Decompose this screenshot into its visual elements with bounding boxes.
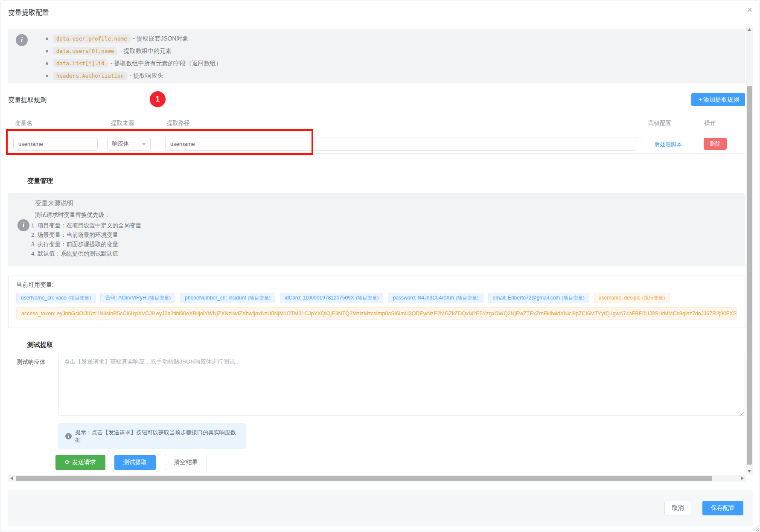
scroll-right-arrow-icon[interactable] xyxy=(741,477,744,480)
divider-line xyxy=(61,181,745,181)
send-request-button[interactable]: ⟳发送请求 xyxy=(55,455,105,470)
list-item: data.list[*].id- 提取数组中所有元素的字段（返回数组） xyxy=(46,57,221,70)
chevron-down-icon xyxy=(142,143,146,145)
tag-scope: (项目变量) xyxy=(356,295,379,300)
variable-tag[interactable]: email: Eriberto72@gmail.com(项目变量) xyxy=(488,293,589,303)
source-select[interactable]: 响应体 xyxy=(107,137,151,151)
tip-info-icon: i xyxy=(65,433,72,439)
variable-name-input[interactable] xyxy=(13,137,98,151)
vertical-scrollbar-thumb[interactable] xyxy=(747,86,752,465)
extract-path-input[interactable] xyxy=(165,137,636,151)
column-header-operation: 操作 xyxy=(705,119,716,127)
variable-tag[interactable]: 密码: AOkVVlRyH(项目变量) xyxy=(100,293,175,303)
syntax-help-list: data.user.profile.name- 提取嵌套JSON对象 data.… xyxy=(46,32,221,82)
window-resize-grip[interactable] xyxy=(753,525,759,531)
priority-item: 1. 项目变量：在项目设置中定义的全局变量 xyxy=(31,221,141,230)
priority-item: 4. 默认值：系统提供的测试默认值 xyxy=(31,249,141,259)
tag-text: phoneNumber_cn: incidunt xyxy=(185,295,246,301)
column-header-advanced: 高级配置 xyxy=(648,119,671,127)
tag-text: idCard: 11000019781207509X xyxy=(285,295,354,301)
delete-rule-button[interactable]: 删除 xyxy=(704,138,727,150)
test-extract-button[interactable]: 测试提取 xyxy=(114,455,156,470)
variable-tag[interactable]: phoneNumber_cn: incidunt(项目变量) xyxy=(180,293,275,303)
priority-item: 2. 场景变量：当前场景的环境变量 xyxy=(31,230,141,240)
dialog-body: i data.user.profile.name- 提取嵌套JSON对象 dat… xyxy=(8,26,745,470)
json-path-desc: - 提取嵌套JSON对象 xyxy=(133,35,189,43)
scroll-left-arrow-icon[interactable] xyxy=(10,477,13,480)
column-header-name: 变量名 xyxy=(15,119,32,127)
source-select-value: 响应体 xyxy=(112,140,129,147)
variable-tag[interactable]: password: N4Jn3CL4r0Xm(项目变量) xyxy=(388,293,483,303)
tag-scope: (项目变量) xyxy=(68,295,91,300)
json-path-desc: - 提取响应头 xyxy=(130,72,163,80)
vertical-scrollbar[interactable] xyxy=(746,26,753,475)
clear-results-button[interactable]: 清空结果 xyxy=(165,455,207,470)
save-config-button[interactable]: 保存配置 xyxy=(702,501,743,515)
divider-line xyxy=(8,345,20,345)
list-item: headers.Authorization- 提取响应头 xyxy=(46,70,221,82)
divider-line xyxy=(8,181,20,181)
tag-scope: (项目变量) xyxy=(456,295,479,300)
variable-tags-row: userName_cn: vaco(项目变量) 密码: AOkVVlRyH(项目… xyxy=(16,293,737,303)
access-token-tag[interactable]: access_token: eyJhbGciOiJIUzI1NiIsInR5cC… xyxy=(16,307,737,320)
variable-source-help-box: i 变量来源说明 测试请求时变量替换优先级： 1. 项目变量：在项目设置中定义的… xyxy=(8,193,745,266)
scroll-down-arrow-icon[interactable] xyxy=(748,470,751,473)
test-response-row: 测试响应体 xyxy=(8,353,745,417)
tag-text: userName_cn: vaco xyxy=(21,295,67,301)
tag-scope: (项目变量) xyxy=(148,295,171,300)
textarea-wrapper xyxy=(58,353,745,417)
available-variables-box: 当前可用变量: userName_cn: vaco(项目变量) 密码: AOkV… xyxy=(8,276,745,328)
test-divider-label: 测试提取 xyxy=(27,341,53,349)
available-variables-label: 当前可用变量: xyxy=(16,281,737,289)
rules-section-title: 变量提取规则 xyxy=(8,96,47,104)
post-process-script-link[interactable]: 后处理脚本 xyxy=(654,141,682,148)
source-help-title: 变量来源说明 xyxy=(35,199,73,207)
priority-list: 1. 项目变量：在项目设置中定义的全局变量 2. 场景变量：当前场景的环境变量 … xyxy=(31,221,141,259)
cancel-button[interactable]: 取消 xyxy=(664,501,691,515)
bullet-icon xyxy=(46,38,48,40)
tag-text: username: desipio xyxy=(599,295,641,301)
json-path-code: headers.Authorization xyxy=(53,72,127,80)
tip-text: 提示：点击【发送请求】按钮可以获取当前步骤接口的真实响应数据 xyxy=(75,429,239,444)
tag-text: 密码: AOkVVlRyH xyxy=(105,295,146,301)
priority-item: 3. 执行变量：前面步骤提取的变量 xyxy=(31,240,141,249)
json-path-code: data.list[*].id xyxy=(53,59,108,67)
bullet-icon xyxy=(46,75,48,77)
json-path-desc: - 提取数组中所有元素的字段（返回数组） xyxy=(111,60,222,67)
variable-tag[interactable]: userName_cn: vaco(项目变量) xyxy=(16,293,96,303)
test-response-textarea[interactable] xyxy=(58,353,745,416)
scroll-up-arrow-icon[interactable] xyxy=(748,28,751,31)
json-path-code: data.user.profile.name xyxy=(53,35,130,43)
management-divider-label: 变量管理 xyxy=(27,177,53,185)
bullet-icon xyxy=(46,50,48,52)
send-request-label: 发送请求 xyxy=(72,459,96,465)
test-divider: 测试提取 xyxy=(8,341,745,348)
tip-box: i 提示：点击【发送请求】按钮可以获取当前步骤接口的真实响应数据 xyxy=(58,423,246,449)
variable-tag-execution[interactable]: username: desipio(执行变量) xyxy=(594,293,670,303)
tag-scope: (项目变量) xyxy=(562,295,585,300)
info-icon: i xyxy=(17,219,29,231)
source-help-subtitle: 测试请求时变量替换优先级： xyxy=(35,211,110,219)
divider-line xyxy=(61,345,745,345)
dialog-title: 变量提取配置 xyxy=(8,9,49,17)
add-rule-button[interactable]: ＋添加提取规则 xyxy=(691,93,745,106)
tag-scope: (执行变量) xyxy=(642,295,665,300)
variable-extraction-dialog: 变量提取配置 × i data.user.profile.name- 提取嵌套J… xyxy=(0,0,760,532)
horizontal-scrollbar[interactable] xyxy=(8,475,746,482)
send-request-icon: ⟳ xyxy=(65,459,70,465)
test-buttons-row: ⟳发送请求 测试提取 清空结果 xyxy=(55,455,745,470)
rules-table-header: 变量名 提取来源 提取路径 高级配置 操作 xyxy=(8,117,745,129)
list-item: data.user.profile.name- 提取嵌套JSON对象 xyxy=(46,32,221,45)
annotation-step-badge: 1 xyxy=(150,91,166,107)
json-path-code: data.users[0].name xyxy=(53,47,117,55)
bullet-icon xyxy=(46,62,48,65)
rule-row: 响应体 后处理脚本 删除 xyxy=(8,129,745,154)
dialog-footer: 取消 保存配置 xyxy=(8,490,753,526)
horizontal-scrollbar-thumb[interactable] xyxy=(16,476,712,481)
rules-section-header: 变量提取规则 1 ＋添加提取规则 xyxy=(8,93,745,108)
variable-tag[interactable]: idCard: 11000019781207509X(项目变量) xyxy=(280,293,383,303)
dialog-header: 变量提取配置 × xyxy=(0,0,760,26)
column-header-source: 提取来源 xyxy=(111,119,134,127)
test-response-label: 测试响应体 xyxy=(8,353,58,417)
close-icon[interactable]: × xyxy=(744,4,756,16)
